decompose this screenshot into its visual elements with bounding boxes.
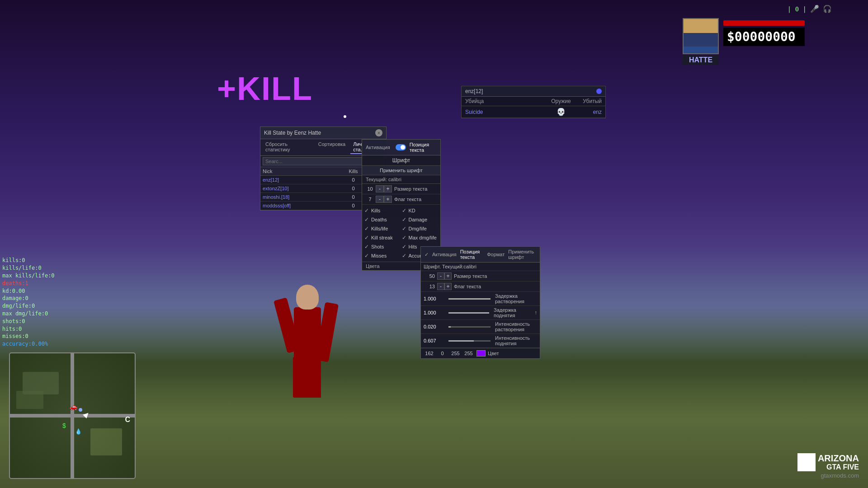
kill-log-indicator-dot [596, 89, 602, 94]
stat-line: accuracy:0.00% [2, 340, 55, 348]
checkbox-check-icon: ✓ [364, 253, 369, 259]
sp-size-label: Размер текста [392, 186, 438, 192]
sp-size-minus-button[interactable]: - [376, 185, 384, 192]
sp2-tab-activation[interactable]: Активация [432, 252, 457, 257]
minimap-drop-icon: 💧 [75, 428, 82, 435]
tab-reset-stats[interactable]: Сбросить статистику [263, 141, 313, 154]
sp2-slider-track[interactable] [448, 312, 489, 314]
ks-nick: moddsss[off] [263, 203, 343, 208]
sp2-size-plus[interactable]: + [444, 272, 452, 280]
sp2-flag-value: 13 [424, 284, 435, 289]
sp-checkbox-row[interactable]: ✓Misses [364, 252, 401, 260]
sp-checkbox-row[interactable]: ✓Dmg/life [402, 225, 439, 233]
sp-checkbox-row[interactable]: ✓Kill streak [364, 234, 401, 242]
sp2-slider-value: 1.000 [424, 310, 446, 315]
killer-name: Suicide [465, 109, 547, 115]
sp2-flag-plus[interactable]: + [444, 283, 452, 290]
sp2-size-minus[interactable]: - [437, 272, 444, 280]
sp2-tab-format[interactable]: Формат [487, 252, 505, 257]
sp2-slider-track[interactable] [448, 298, 491, 300]
sp2-color-a: 255 [463, 351, 474, 356]
sp2-color-swatch[interactable] [476, 350, 486, 357]
sp-checkbox-row[interactable]: ✓Damage [402, 216, 439, 224]
checkbox-check-icon: ✓ [402, 216, 406, 223]
sp-flag-row: 7 - + Флаг текста [362, 194, 440, 205]
stat-line: shots:0 [2, 318, 55, 325]
sp2-tab-apply-font[interactable]: Применить шрифт [508, 249, 536, 260]
sp-size-row: 10 - + Размер текста [362, 184, 440, 194]
sp-checkbox-row[interactable]: ✓Shots [364, 243, 401, 251]
sp-checkbox-row[interactable]: ✓Kills/life [364, 225, 401, 233]
sp-flag-plus-button[interactable]: + [384, 196, 392, 203]
sp2-color-label: Цвет [488, 351, 499, 356]
char-leg-left [293, 357, 306, 398]
checkbox-check-icon: ✓ [402, 253, 406, 259]
arizona-text-line2: GTA FIVE [818, 463, 859, 471]
player-avatar-container: HATTE [683, 18, 719, 65]
checkbox-check-icon: ✓ [402, 244, 406, 250]
arizona-triangle-icon: ▲ [797, 453, 816, 471]
kill-notification: +KILL [217, 70, 313, 107]
sp2-slider-label: Задержка поднятия [491, 307, 534, 318]
checkbox-check-icon: ✓ [364, 235, 369, 241]
sp-tab-text-position[interactable]: Позиция текста [410, 142, 437, 153]
minimap-compass-letter: C [125, 416, 130, 424]
checkbox-check-icon: ✓ [402, 207, 406, 214]
sp-size-plus-button[interactable]: + [384, 185, 392, 192]
sp2-slider-track[interactable] [448, 326, 491, 328]
stat-line: max kills/life:0 [2, 272, 55, 280]
sp2-slider-fill [448, 298, 491, 300]
sp2-size-row: 50 - + Размер текста [421, 271, 540, 282]
kill-state-title: Kill State by Eenz Hatte [264, 130, 321, 136]
arizona-logo: ▲ ARIZONA GTA FIVE gtaxmods.com [797, 453, 859, 479]
col-weapon-label: Оружие [547, 98, 575, 104]
arizona-logo-text: ▲ ARIZONA GTA FIVE [797, 453, 859, 471]
minimap: 🚗 $ 💧 ▲ C [9, 352, 136, 479]
sp2-slider-fill [448, 340, 474, 342]
kill-state-close-button[interactable]: × [375, 129, 382, 136]
gtaxmods-website: gtaxmods.com [797, 472, 859, 479]
sp-flag-label: Флаг текста [392, 197, 438, 202]
sp2-color-g: 0 [437, 351, 448, 356]
sp2-tab-text-position[interactable]: Позиция текста [460, 249, 483, 260]
tab-sort[interactable]: Сортировка [316, 141, 348, 154]
stat-line: kills/life:0 [2, 264, 55, 272]
sp2-slider-track[interactable] [448, 340, 491, 342]
sp-checkbox-row[interactable]: ✓Deaths [364, 216, 401, 224]
server-bars: | 0 | [788, 5, 807, 13]
sp-flag-minus-button[interactable]: - [376, 196, 384, 203]
player-name: HATTE [683, 55, 719, 65]
sp2-flag-minus[interactable]: - [437, 283, 444, 290]
sp-tab-activation[interactable]: Активация [366, 145, 390, 150]
checkbox-label: KD [409, 208, 415, 213]
skull-icon: 💀 [557, 108, 566, 116]
sp2-slider-row: 0.607 Интенсивность поднятия [421, 334, 540, 348]
sp-apply-font-button[interactable]: Применить шрифт [362, 166, 440, 175]
sp-checkbox-row[interactable]: ✓Max dmg/life [402, 234, 439, 242]
sp2-color-r: 162 [424, 351, 435, 356]
sp-checkbox-row[interactable]: ✓Kills [364, 206, 401, 215]
settings-panel-2: ✓ Активация Позиция текста Формат Примен… [420, 246, 540, 359]
sp-activation-toggle[interactable] [396, 144, 406, 150]
col-victim-label: Убитый [575, 98, 602, 104]
checkbox-check-icon: ✓ [364, 216, 369, 223]
kill-log-panel: enz[12] Убийца Оружие Убитый Suicide 💀 e… [461, 86, 606, 118]
sp-colors-label: Цвета [366, 263, 380, 269]
ks-nick: enz[12] [263, 177, 343, 183]
sp2-slider-row: 0.020 Интенсивность растворения [421, 320, 540, 334]
server-icons-bar: | 0 | 🎤 🎧 [788, 5, 832, 13]
stat-line: hits:0 [2, 325, 55, 333]
sp2-sliders-container: 1.000 Задержка растворения 1.000 Задержк… [421, 292, 540, 348]
sp2-arrow-icon: ↑ [534, 310, 537, 316]
sp2-color-b: 255 [450, 351, 461, 356]
sp2-color-row: 162 0 255 255 Цвет [421, 348, 540, 358]
sp2-slider-label: Интенсивность растворения [493, 321, 537, 332]
sp-size-value: 10 [364, 186, 376, 192]
sp2-slider-fill [448, 312, 489, 314]
checkbox-label: Kill streak [371, 235, 393, 240]
ks-kills: 0 [343, 186, 363, 191]
sp-checkbox-row[interactable]: ✓KD [402, 206, 439, 215]
minimap-money-icon: $ [62, 422, 66, 429]
checkbox-check-icon: ✓ [364, 244, 369, 250]
avatar-face [684, 19, 718, 47]
